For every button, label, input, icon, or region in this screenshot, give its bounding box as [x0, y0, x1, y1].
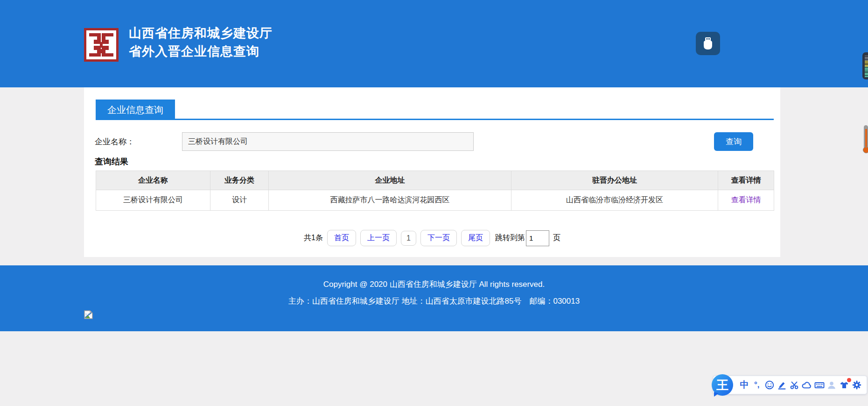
view-details-link[interactable]: 查看详情 — [731, 196, 761, 204]
department-seal-logo — [84, 28, 119, 62]
tab-label: 企业信息查询 — [107, 104, 163, 116]
cell-company-name: 三桥设计有限公司 — [96, 190, 210, 211]
table-header-row: 企业名称 业务分类 企业地址 驻晋办公地址 查看详情 — [96, 171, 774, 190]
ime-toolbar: 王 中 °, — [713, 376, 867, 394]
col-company-name: 企业名称 — [96, 171, 210, 190]
notification-dot — [847, 378, 851, 382]
last-page-button[interactable]: 尾页 — [461, 230, 490, 246]
chinese-mode-icon[interactable]: 中 — [739, 379, 750, 391]
jump-prefix-label: 跳转到第 — [495, 233, 525, 243]
content-card: 企业信息查询 企业名称： 查询 查询结果 企业名称 业务分类 企业地址 驻晋办公… — [84, 87, 780, 257]
site-title-line1: 山西省住房和城乡建设厅 — [129, 24, 273, 43]
site-header: 山西省住房和城乡建设厅 省外入晋企业信息查询 — [0, 0, 868, 87]
first-page-button[interactable]: 首页 — [327, 230, 356, 246]
site-footer: Copyright @ 2020 山西省住房和城乡建设厅 All rights … — [0, 265, 868, 331]
col-view-details: 查看详情 — [718, 171, 774, 190]
cloud-sync-icon[interactable] — [801, 379, 812, 391]
cell-view-details: 查看详情 — [718, 190, 774, 211]
punctuation-glyph: °, — [754, 380, 760, 390]
col-business-category: 业务分类 — [210, 171, 269, 190]
col-company-address: 企业地址 — [269, 171, 511, 190]
col-office-address: 驻晋办公地址 — [511, 171, 718, 190]
site-title: 山西省住房和城乡建设厅 省外入晋企业信息查询 — [129, 24, 273, 61]
organizer-address-text: 主办：山西省住房和城乡建设厅 地址：山西省太原市建设北路85号 邮编：03001… — [0, 296, 868, 306]
chinese-mode-glyph: 中 — [740, 379, 749, 391]
thermometer-bulb-icon — [863, 147, 868, 153]
skin-theme-icon[interactable] — [839, 379, 850, 391]
total-count-label: 共1条 — [304, 233, 323, 243]
thermometer-widget[interactable] — [863, 125, 868, 155]
query-button[interactable]: 查询 — [714, 132, 753, 151]
results-heading: 查询结果 — [95, 156, 128, 167]
prev-page-button[interactable]: 上一页 — [360, 230, 397, 246]
seal-icon — [84, 28, 119, 62]
site-title-line2: 省外入晋企业信息查询 — [129, 43, 273, 61]
table-row: 三桥设计有限公司 设计 西藏拉萨市八一路哈达滨河花园西区 山西省临汾市临汾经济开… — [96, 190, 774, 211]
punctuation-mode-icon[interactable]: °, — [751, 379, 763, 391]
company-name-input[interactable] — [182, 132, 474, 151]
account-icon[interactable] — [826, 379, 837, 391]
virtual-keyboard-icon[interactable] — [814, 379, 825, 391]
settings-gear-icon[interactable] — [851, 379, 862, 391]
plugin-button[interactable] — [696, 32, 720, 55]
plug-icon — [701, 36, 715, 51]
tab-enterprise-query[interactable]: 企业信息查询 — [96, 100, 175, 120]
emoji-icon[interactable] — [764, 379, 775, 391]
scroll-gauge-widget[interactable] — [862, 52, 868, 79]
pagination: 共1条 首页 上一页 1 下一页 尾页 跳转到第 页 — [84, 230, 780, 246]
results-table: 企业名称 业务分类 企业地址 驻晋办公地址 查看详情 三桥设计有限公司 设计 西… — [96, 171, 774, 211]
broken-image-icon — [84, 310, 93, 319]
cell-business-category: 设计 — [210, 190, 269, 211]
cell-company-address: 西藏拉萨市八一路哈达滨河花园西区 — [269, 190, 511, 211]
company-name-label: 企业名称： — [95, 132, 134, 151]
tab-bar: 企业信息查询 — [96, 100, 774, 120]
ime-logo-glyph: 王 — [716, 377, 728, 393]
jump-suffix-label: 页 — [553, 233, 560, 243]
screenshot-scissors-icon[interactable] — [789, 379, 800, 391]
cell-office-address: 山西省临汾市临汾经济开发区 — [511, 190, 718, 211]
current-page-indicator: 1 — [401, 231, 416, 246]
jump-page-input[interactable] — [526, 230, 549, 246]
next-page-button[interactable]: 下一页 — [420, 230, 457, 246]
copyright-text: Copyright @ 2020 山西省住房和城乡建设厅 All rights … — [0, 265, 868, 290]
gauge-strips-icon — [865, 55, 868, 77]
handwriting-icon[interactable] — [776, 379, 787, 391]
ime-logo-button[interactable]: 王 — [712, 374, 733, 396]
